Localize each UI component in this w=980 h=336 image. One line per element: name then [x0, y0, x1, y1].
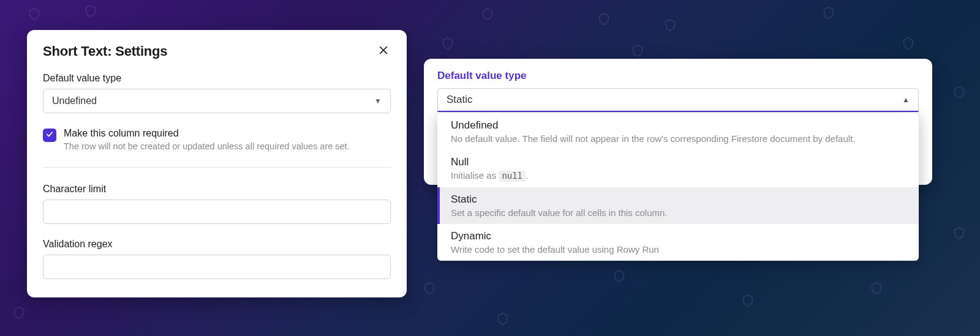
dropdown-option-description: Set a specific default value for all cel…: [451, 207, 908, 218]
required-checkbox-description: The row will not be created or updated u…: [64, 141, 391, 151]
shield-icon: [952, 226, 966, 240]
shield-icon: [496, 312, 510, 326]
default-value-type-field: Default value type Undefined ▼: [43, 73, 391, 113]
default-value-type-select[interactable]: Undefined ▼: [43, 89, 391, 113]
chevron-up-icon: ▲: [902, 95, 910, 104]
character-limit-label: Character limit: [43, 184, 391, 195]
shield-icon: [822, 6, 835, 20]
shield-icon: [870, 282, 883, 295]
shield-icon: [741, 294, 755, 307]
check-icon: [45, 130, 54, 141]
dropdown-option-title: Null: [451, 156, 908, 168]
shield-icon: [423, 282, 436, 295]
dropdown-option-description: Initialise as null.: [451, 170, 908, 181]
dropdown-label: Default value type: [437, 70, 919, 82]
dialog-title: Short Text: Settings: [43, 43, 167, 59]
shield-icon: [612, 269, 626, 283]
shield-icon: [663, 18, 677, 32]
required-checkbox[interactable]: [43, 129, 56, 142]
dropdown-option-description: No default value. The field will not app…: [451, 133, 908, 144]
required-checkbox-row: Make this column required The row will n…: [43, 128, 391, 168]
dropdown-option-title: Dynamic: [451, 230, 908, 242]
character-limit-field: Character limit: [43, 184, 391, 224]
select-value: Undefined: [52, 95, 97, 106]
required-checkbox-text: Make this column required The row will n…: [64, 128, 391, 151]
dropdown-select[interactable]: Static ▲: [437, 88, 919, 112]
validation-regex-field: Validation regex: [43, 239, 391, 279]
dropdown-option[interactable]: DynamicWrite code to set the default val…: [437, 224, 919, 261]
required-checkbox-label: Make this column required: [64, 128, 391, 139]
character-limit-input[interactable]: [43, 200, 391, 224]
dropdown-panel: Default value type Static ▲ UndefinedNo …: [424, 59, 932, 185]
dropdown-menu: UndefinedNo default value. The field wil…: [437, 113, 919, 261]
dropdown-option-description: Write code to set the default value usin…: [451, 244, 908, 255]
dropdown-option[interactable]: UndefinedNo default value. The field wil…: [437, 113, 919, 150]
shield-icon: [902, 37, 915, 50]
settings-dialog: Short Text: Settings Default value type …: [27, 30, 407, 297]
shield-icon: [84, 4, 97, 18]
shield-icon: [952, 86, 966, 99]
shield-icon: [441, 37, 454, 50]
chevron-down-icon: ▼: [374, 97, 382, 105]
shield-icon: [28, 7, 41, 21]
close-icon: [377, 44, 390, 59]
shield-icon: [597, 12, 611, 26]
dropdown-option[interactable]: StaticSet a specific default value for a…: [437, 187, 919, 224]
shield-icon: [12, 306, 26, 319]
dropdown-option[interactable]: NullInitialise as null.: [437, 150, 919, 187]
dropdown-option-title: Undefined: [451, 119, 908, 132]
dropdown-option-title: Static: [451, 193, 908, 206]
validation-regex-input[interactable]: [43, 255, 391, 279]
close-button[interactable]: [376, 44, 391, 59]
dialog-header: Short Text: Settings: [43, 43, 391, 59]
dropdown-selected-value: Static: [447, 94, 473, 106]
shield-icon: [481, 7, 494, 21]
default-value-type-label: Default value type: [43, 73, 391, 84]
shield-icon: [631, 44, 644, 58]
validation-regex-label: Validation regex: [43, 239, 391, 250]
code-chip: null: [499, 171, 526, 182]
